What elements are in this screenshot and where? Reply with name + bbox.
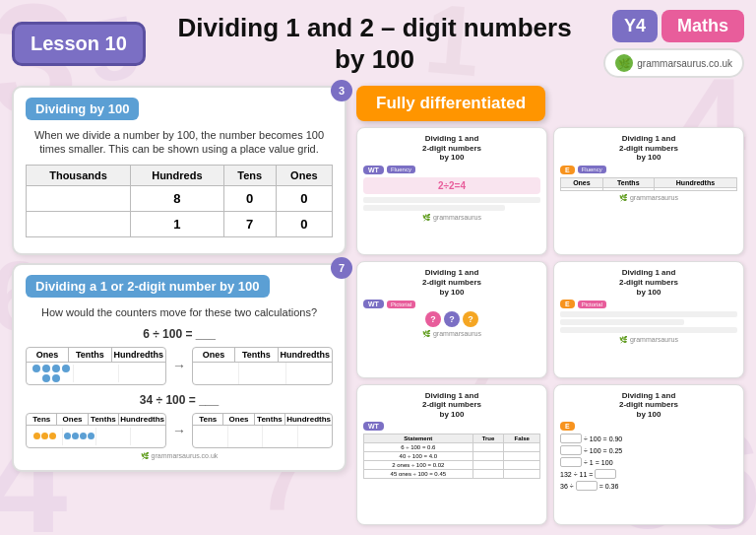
counter-header: Ones Tenths Hundredths — [193, 348, 332, 363]
div-symbol-5: ÷ — [570, 483, 574, 490]
counter-34-dots — [27, 426, 165, 447]
maths-badge: Maths — [662, 10, 744, 42]
wc1-equation: 2÷2=4 — [363, 177, 540, 194]
ones-col-empty — [193, 363, 239, 384]
line — [560, 319, 684, 325]
equals-3: = — [596, 459, 599, 466]
cell — [27, 211, 131, 236]
wc6-title: Dividing 1 and2-digit numbersby 100 — [560, 391, 737, 420]
col-tenths: Tenths — [89, 414, 119, 425]
tf-stmt: 6 ÷ 100 = 0.6 — [364, 443, 473, 452]
mth-tenths: Tenths — [602, 177, 654, 187]
tf-stmt: 45 ones ÷ 100 = 0.45 — [364, 470, 473, 479]
dot — [52, 374, 60, 382]
col-tens: Tens — [223, 165, 276, 185]
div-symbol-3: ÷ — [584, 459, 588, 466]
fluency-badge: Fluency — [387, 166, 415, 173]
col-tens: Tens — [27, 414, 57, 425]
col-ones: Ones — [223, 414, 254, 425]
tf-row: 2 ones ÷ 100 = 0.02 — [364, 461, 540, 470]
cell: 8 — [131, 185, 224, 211]
worksheet-wt-truefalse: Dividing 1 and2-digit numbersby 100 WT S… — [356, 384, 547, 525]
divisor-4: 11 — [580, 471, 588, 478]
page-title: Dividing 1 and 2 – digit numbers by 100 — [159, 13, 590, 74]
calc-input-1[interactable] — [560, 434, 582, 443]
cell: 0 — [276, 185, 332, 211]
tf-false-col: False — [504, 435, 540, 443]
result: 0.90 — [609, 435, 623, 442]
wt-badge-2: WT — [363, 300, 384, 308]
hundredths-empty — [131, 428, 164, 445]
wc2-title: Dividing 1 and2-digit numbersby 100 — [560, 134, 737, 163]
fully-differentiated-badge: Fully differentiated — [356, 86, 545, 121]
dot-orange — [33, 433, 40, 439]
cell: 1 — [131, 211, 224, 236]
header-right: Y4 Maths 🌿 grammarsaurus.co.uk — [603, 10, 744, 78]
cell: 7 — [223, 211, 276, 236]
wt-badge: WT — [363, 166, 384, 174]
col-hundredths: Hundredths — [285, 414, 332, 425]
tf-f — [504, 452, 540, 461]
counter-dots — [27, 363, 165, 384]
dot — [32, 365, 40, 372]
col-tenths: Tenths — [255, 414, 285, 425]
cell: 0 — [223, 185, 276, 211]
year-maths-row: Y4 Maths — [612, 10, 744, 42]
header: Lesson 10 Dividing 1 and 2 – digit numbe… — [12, 10, 744, 78]
counter-header-34-right: Tens Ones Tenths Hundredths — [193, 414, 332, 426]
wc2-badges: E Fluency — [560, 166, 737, 174]
line — [560, 327, 737, 333]
col-ones: Ones — [193, 348, 235, 362]
counter-header-34: Tens Ones Tenths Hundredths — [27, 414, 165, 426]
counter-box-34-left: Tens Ones Tenths Hundredths — [26, 413, 166, 448]
wc1-lines — [363, 197, 540, 211]
dividend-4: 132 — [560, 471, 572, 478]
tf-row: 40 ÷ 100 = 4.0 — [364, 452, 540, 461]
result-3: 100 — [601, 459, 613, 466]
divisor-2: 100 — [590, 447, 601, 454]
ones-col — [29, 365, 74, 382]
equals-2: = — [603, 447, 607, 454]
grammar-footer: 🌿 grammarsaurus.co.uk — [26, 452, 333, 460]
slide-number-7: 7 — [331, 257, 352, 279]
dot — [64, 433, 71, 439]
qmark-1: ? — [425, 311, 441, 327]
calc-input-2[interactable] — [560, 445, 582, 455]
left-panel: 3 Dividing by 100 When we divide a numbe… — [12, 86, 346, 525]
dot — [72, 433, 79, 439]
true-false-table: Statement True False 6 ÷ 100 = 0.6 — [363, 434, 540, 479]
wc4-badges: E Pictorial — [560, 300, 737, 308]
calc-input-3[interactable] — [560, 457, 582, 467]
tf-true-col: True — [472, 435, 504, 443]
equals-5: = — [599, 483, 603, 490]
wc5-title: Dividing 1 and2-digit numbersby 100 — [363, 391, 540, 420]
mc3 — [654, 187, 736, 190]
mc2 — [602, 187, 654, 190]
equals-4: = — [589, 471, 593, 478]
slide2-subtitle: How would the counters move for these tw… — [26, 305, 333, 319]
c4 — [298, 426, 333, 447]
worksheet-wt-fluency: Dividing 1 and2-digit numbersby 100 WT F… — [356, 127, 547, 255]
result-5: 0.36 — [605, 483, 619, 490]
slide-counters: 7 Dividing a 1 or 2-digit number by 100 … — [12, 263, 346, 472]
calc-input-5[interactable] — [576, 481, 598, 491]
tf-row: 6 ÷ 100 = 0.6 — [364, 443, 540, 452]
calc-line-4: 132 ÷ 11 = — [560, 469, 737, 479]
cell — [27, 185, 131, 211]
grammar-url: grammarsaurus.co.uk — [637, 58, 732, 69]
equals: = — [603, 435, 607, 442]
div-symbol: ÷ — [584, 435, 588, 442]
mth-hundredths: Hundredths — [654, 177, 736, 187]
content-area: 3 Dividing by 100 When we divide a numbe… — [12, 86, 744, 525]
tf-f — [504, 470, 540, 479]
calc-input-4[interactable] — [595, 469, 616, 479]
table-row: 1 7 0 — [27, 211, 333, 236]
counter-row-2: Tens Ones Tenths Hundredths — [26, 413, 333, 448]
table-row: 8 0 0 — [27, 185, 333, 211]
col-tens: Tens — [193, 414, 223, 425]
worksheet-e-pictorial: Dividing 1 and2-digit numbersby 100 E Pi… — [553, 261, 744, 377]
tf-f — [504, 443, 540, 452]
tens-dots — [29, 428, 63, 445]
dot-orange — [41, 433, 48, 439]
mth-ones: Ones — [561, 177, 603, 187]
